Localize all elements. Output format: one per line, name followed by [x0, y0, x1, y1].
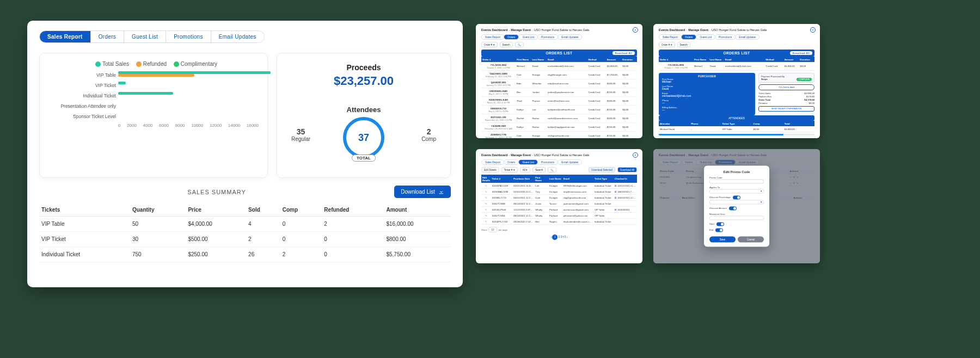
tab-promotions[interactable]: Promotions [537, 34, 558, 40]
discount-pct-input[interactable]: ▾ [709, 200, 764, 205]
cancel-button[interactable]: Cancel [738, 237, 764, 243]
tab-promotions[interactable]: Promotions [537, 159, 558, 165]
max-uses-input[interactable] [709, 216, 764, 220]
filter-ticket-no[interactable]: Ticket # ▾ [501, 167, 518, 172]
start-toggle[interactable] [716, 223, 724, 226]
download-list-button[interactable]: Download List [394, 186, 451, 198]
end-toggle[interactable] [715, 229, 723, 232]
sales-report-card: Sales Report Orders Guest List Promotion… [27, 21, 463, 287]
mini-tabs: Sales Report Orders Guest List Promotion… [481, 34, 637, 40]
filter-all[interactable]: All ▾ [520, 167, 530, 172]
tab-orders[interactable]: Orders [681, 34, 697, 40]
purchaser-panel: PURCHASER First NameMichael Last NameDav… [659, 73, 755, 115]
download-selected-button[interactable]: Download Selected [589, 167, 615, 172]
close-icon[interactable]: × [633, 27, 638, 33]
end-label: End [709, 229, 713, 231]
guest-list-table: Edit DetailsTicket #Purchase DateFirst N… [481, 175, 637, 225]
orders-list-header: ORDERS LIST [723, 51, 750, 55]
report-tabs: Sales Report Orders Guest List Promotion… [39, 30, 265, 43]
tab-email-updates[interactable]: Email Updates [735, 34, 759, 40]
tab-orders[interactable]: Orders [504, 34, 519, 40]
sales-chart-panel: Total Sales Refunded Complimentary VIP T… [39, 53, 268, 178]
download-all-button[interactable]: Download All [790, 51, 812, 55]
promotions-thumb: Events Dashboard›Manage Event›USO Hunger… [653, 149, 820, 263]
tab-email-updates[interactable]: Email Updates [211, 31, 264, 42]
search-button[interactable]: 🔍 [548, 167, 556, 172]
search-button[interactable]: 🔍 [515, 42, 524, 47]
discount-pct-label: Discount Percentage [709, 196, 731, 199]
order-filter[interactable]: Order # ▾ [481, 42, 498, 47]
sales-summary-table: TicketsQuantityPriceSoldCompRefundedAmou… [39, 203, 451, 262]
discount-pct-toggle[interactable] [733, 196, 740, 200]
order-filter[interactable]: Order # ▾ [659, 42, 675, 47]
applies-to-label: Applies To [709, 186, 764, 189]
tab-guest-list[interactable]: Guest List [518, 34, 538, 40]
tab-guest-list[interactable]: Guest List [518, 159, 538, 165]
proceeds-panel: Proceeds $23,257.00 Attendees 35 Regular… [277, 53, 451, 178]
pagination[interactable]: ‹ 1 2 3 4 5 › [481, 234, 637, 240]
close-icon[interactable]: × [810, 27, 816, 33]
tab-promotions[interactable]: Promotions [166, 31, 211, 42]
modal-title: Edit Promo Code [709, 170, 764, 174]
close-icon[interactable]: × [633, 152, 638, 158]
download-icon [438, 189, 444, 195]
search-input[interactable]: Search [500, 42, 513, 47]
sales-summary-title: SALES SUMMARY [39, 189, 394, 195]
send-confirmation-button[interactable]: SEND ORDER CONFIRMATION [758, 106, 814, 112]
guest-list-thumb: Events Dashboard›Manage Event›USO Hunger… [476, 149, 642, 263]
attendees-header: ATTENDEES [659, 115, 814, 121]
discount-amt-label: Discount Amount [709, 207, 727, 209]
orders-table: Order #First NameLast NameEmailMethodAmo… [481, 57, 637, 138]
tab-sales-report[interactable]: Sales Report [481, 159, 504, 165]
search-input[interactable]: Search [677, 42, 690, 47]
max-uses-label: Maximum Uses [709, 213, 764, 215]
attendees-label: Attendees [286, 106, 442, 114]
orders-list-thumb: Events Dashboard›Manage Event›USO Hunger… [476, 24, 642, 138]
tab-promotions[interactable]: Promotions [715, 34, 736, 40]
tab-guest-list[interactable]: Guest List [124, 31, 166, 42]
tab-guest-list[interactable]: Guest List [696, 34, 715, 40]
attendees-comp: 2 Comp [421, 127, 436, 142]
chart-legend: Total Sales Refunded Complimentary [48, 61, 259, 67]
discount-amt-toggle[interactable] [729, 207, 737, 211]
legend-refunded: Refunded [143, 61, 167, 67]
applies-to-select[interactable]: ▾ [709, 189, 764, 194]
chart-x-axis: 0200040006000800010000120001400016000 [48, 123, 259, 128]
attendees-total-pill: TOTAL [352, 155, 376, 162]
order-id-pill: 7YLO0ZG-9M3 [758, 84, 814, 90]
download-all-button[interactable]: Download All [612, 51, 635, 55]
attendees-gauge: 37 TOTAL [343, 117, 384, 158]
save-button[interactable]: Save [709, 237, 736, 243]
swatch-total-icon [95, 61, 101, 67]
promo-code-label: Promo Code [709, 176, 764, 179]
tab-email-updates[interactable]: Email Updates [558, 34, 582, 40]
legend-comp: Complimentary [181, 61, 217, 67]
swatch-refunded-icon [136, 61, 142, 67]
start-label: Start [709, 223, 714, 225]
tab-sales-report[interactable]: Sales Report [40, 31, 91, 42]
attendee-progress [659, 134, 814, 135]
tab-sales-report[interactable]: Sales Report [659, 34, 682, 40]
filter-edit-details[interactable]: Edit Details [481, 167, 499, 172]
attendees-regular: 35 Regular [291, 127, 310, 142]
attendees-table: AttendeePhoneTicket TypeCompTotal Michae… [659, 121, 814, 132]
proceeds-label: Proceeds [286, 63, 442, 72]
sales-chart: VIP TableVIP TicketIndividual TicketPres… [48, 71, 259, 121]
order-summary-panel: Payment Processed byStripe COMPLETE 7YLO… [758, 73, 814, 112]
proceeds-value: $23,257.00 [286, 74, 442, 88]
edit-promo-modal: Edit Promo Code Promo Code Applies To ▾ … [704, 166, 769, 247]
tab-orders[interactable]: Orders [504, 159, 519, 165]
search-input[interactable]: Search [532, 167, 546, 172]
tab-sales-report[interactable]: Sales Report [481, 34, 504, 40]
tab-email-updates[interactable]: Email Updates [558, 159, 582, 165]
download-all-button[interactable]: Download All [617, 167, 637, 172]
promo-code-input[interactable] [709, 180, 764, 184]
tab-orders[interactable]: Orders [91, 31, 124, 42]
order-detail-thumb: Events Dashboard›Manage Event›USO Hunger… [653, 24, 820, 138]
breadcrumb: Events Dashboard›Manage Event›USO Hunger… [481, 28, 637, 32]
status-badge: COMPLETE [797, 78, 812, 81]
legend-total: Total Sales [102, 61, 129, 67]
orders-list-header: ORDERS LIST Download All [481, 50, 637, 57]
orders-table: Order #First NameLast NameEmailMethodAmo… [659, 57, 814, 71]
swatch-comp-icon [174, 61, 179, 67]
